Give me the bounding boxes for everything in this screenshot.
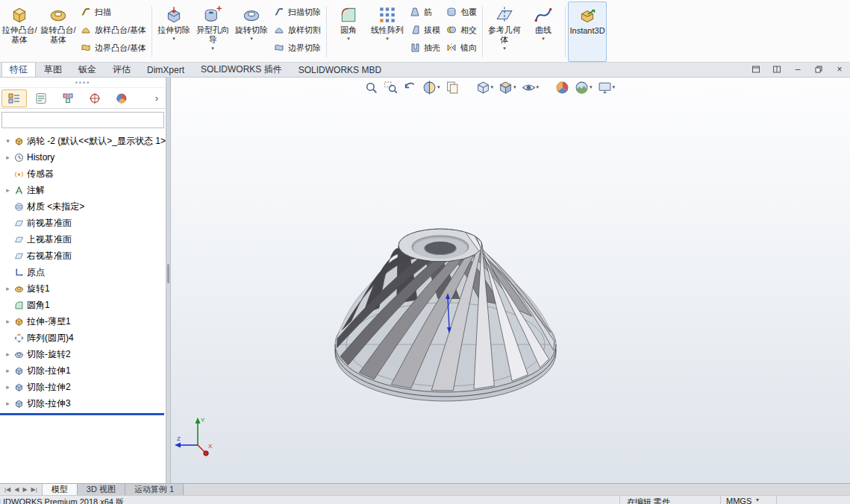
dimxpertmanager-tab[interactable] bbox=[82, 89, 107, 107]
tree-item-top-plane[interactable]: 上视基准面 bbox=[0, 231, 166, 248]
tree-root-item[interactable]: ▾ 涡轮 -2 (默认<<默认>_显示状态 1>) bbox=[0, 133, 166, 149]
tab-evaluate[interactable]: 评估 bbox=[104, 62, 139, 77]
revolved-boss-button[interactable]: 旋转凸台/基体 bbox=[39, 1, 78, 62]
dropdown-caret-icon[interactable]: ▾ bbox=[250, 36, 253, 41]
lofted-cut-button[interactable]: 放样切割 bbox=[274, 22, 321, 37]
panel-splitter[interactable] bbox=[166, 78, 171, 483]
dropdown-caret-icon[interactable]: ▾ bbox=[590, 84, 593, 90]
prev-tab-button[interactable]: ◀ bbox=[14, 486, 19, 493]
dropdown-caret-icon[interactable]: ▾ bbox=[386, 36, 389, 41]
swept-boss-button[interactable]: 扫描 bbox=[81, 4, 146, 19]
shell-button[interactable]: 抽壳 bbox=[410, 40, 440, 55]
expander-icon[interactable]: ▸ bbox=[4, 350, 11, 358]
last-tab-button[interactable]: ▶| bbox=[31, 486, 37, 493]
tab-solidworks-mbd[interactable]: SOLIDWORKS MBD bbox=[290, 62, 390, 77]
expander-icon[interactable]: ▸ bbox=[4, 383, 11, 391]
dropdown-caret-icon[interactable]: ▾ bbox=[347, 36, 350, 41]
dropdown-caret-icon[interactable]: ▾ bbox=[542, 36, 545, 41]
expander-icon[interactable]: ▸ bbox=[4, 285, 11, 292]
extruded-boss-button[interactable]: 拉伸凸台/基体 bbox=[0, 1, 39, 62]
tree-item-fillet1[interactable]: 圆角1 bbox=[0, 297, 166, 313]
featuremanager-tab[interactable] bbox=[1, 89, 27, 107]
displaymanager-tab[interactable] bbox=[109, 89, 134, 107]
fillet-button[interactable]: 圆角 ▾ bbox=[329, 1, 368, 62]
dropdown-caret-icon[interactable]: ▾ bbox=[613, 84, 616, 90]
linear-pattern-button[interactable]: 线性阵列 ▾ bbox=[368, 1, 407, 62]
draft-button[interactable]: 拔模 bbox=[410, 22, 440, 37]
view-settings-button[interactable]: ▾ bbox=[597, 79, 616, 95]
expander-icon[interactable]: ▸ bbox=[4, 186, 11, 194]
display-style-button[interactable]: ▾ bbox=[498, 79, 517, 95]
tree-item-cut-revolve2[interactable]: ▸ 切除-旋转2 bbox=[0, 346, 166, 362]
tree-item-right-plane[interactable]: 右视基准面 bbox=[0, 248, 166, 264]
restore-button[interactable] bbox=[813, 64, 825, 75]
tab-solidworks-addins[interactable]: SOLIDWORKS 插件 bbox=[193, 62, 290, 77]
unit-system-selector[interactable]: MMGS bbox=[726, 497, 751, 504]
expander-icon[interactable]: ▸ bbox=[4, 400, 11, 407]
hide-show-items-button[interactable]: ▾ bbox=[521, 79, 540, 95]
dropdown-caret-icon[interactable]: ▾ bbox=[172, 36, 175, 41]
dropdown-caret-icon[interactable]: ▾ bbox=[513, 84, 516, 90]
tab-sketch[interactable]: 草图 bbox=[36, 62, 70, 77]
expander-icon[interactable]: ▸ bbox=[4, 318, 11, 325]
tree-item-front-plane[interactable]: 前视基准面 bbox=[0, 215, 166, 231]
intersect-button[interactable]: 相交 bbox=[446, 22, 477, 37]
expander-icon[interactable]: ▸ bbox=[4, 154, 11, 161]
graphics-area[interactable]: Y Z X ▾ bbox=[171, 78, 850, 483]
curves-button[interactable]: 曲线 ▾ bbox=[524, 1, 563, 62]
apply-scene-button[interactable]: ▾ bbox=[574, 79, 593, 95]
units-dropdown-caret-icon[interactable]: ▾ bbox=[756, 497, 759, 503]
tab-sheet-metal[interactable]: 钣金 bbox=[70, 62, 104, 77]
rollback-bar[interactable] bbox=[0, 413, 164, 415]
hole-wizard-button[interactable]: 异型孔向导 ▾ bbox=[193, 1, 232, 62]
revolved-cut-button[interactable]: 旋转切除 ▾ bbox=[232, 1, 271, 62]
tab-features[interactable]: 特征 bbox=[1, 62, 36, 77]
propertymanager-tab[interactable] bbox=[28, 89, 54, 107]
previous-view-button[interactable] bbox=[402, 79, 418, 95]
tree-item-origin[interactable]: 原点 bbox=[0, 264, 166, 280]
panel-expand-chevron[interactable]: › bbox=[151, 90, 163, 105]
reference-geometry-button[interactable]: 参考几何体 ▾ bbox=[485, 1, 524, 62]
instant3d-button[interactable]: Instant3D bbox=[568, 1, 607, 62]
tree-item-circular-pattern4[interactable]: 阵列(圆周)4 bbox=[0, 330, 166, 346]
tab-dimxpert[interactable]: DimXpert bbox=[139, 62, 193, 77]
doc-tab-3d-views[interactable]: 3D 视图 bbox=[78, 484, 125, 495]
tree-item-cut-extrude2[interactable]: ▸ 切除-拉伸2 bbox=[0, 379, 166, 395]
panel-collapse-handle[interactable]: •••• bbox=[0, 78, 166, 88]
configurationmanager-tab[interactable] bbox=[55, 89, 81, 107]
dropdown-caret-icon[interactable]: ▾ bbox=[503, 45, 506, 51]
zoom-to-area-button[interactable] bbox=[383, 79, 399, 95]
lofted-boss-button[interactable]: 放样凸台/基体 bbox=[81, 22, 146, 37]
annotation-views-button[interactable] bbox=[445, 79, 460, 95]
tree-item-cut-extrude1[interactable]: ▸ 切除-拉伸1 bbox=[0, 362, 166, 379]
view-orientation-button[interactable]: ▾ bbox=[475, 79, 495, 95]
graphics-canvas[interactable]: Y Z X bbox=[171, 78, 850, 483]
expander-icon[interactable]: ▾ bbox=[4, 137, 11, 145]
rib-button[interactable]: 筋 bbox=[410, 4, 440, 19]
zoom-to-fit-button[interactable] bbox=[363, 79, 379, 95]
extruded-cut-button[interactable]: 拉伸切除 ▾ bbox=[154, 1, 193, 62]
impeller-model[interactable] bbox=[335, 229, 556, 401]
dropdown-caret-icon[interactable]: ▾ bbox=[437, 84, 440, 90]
close-button[interactable]: × bbox=[834, 64, 846, 75]
swept-cut-button[interactable]: 扫描切除 bbox=[274, 4, 321, 19]
tree-item-sensors[interactable]: 传感器 bbox=[0, 166, 166, 182]
section-view-button[interactable]: ▾ bbox=[422, 79, 441, 95]
minimize-button[interactable]: – bbox=[792, 64, 804, 75]
boundary-boss-button[interactable]: 边界凸台/基体 bbox=[81, 40, 146, 55]
edit-appearance-button[interactable] bbox=[554, 79, 570, 95]
expander-icon[interactable]: ▸ bbox=[4, 367, 11, 374]
tree-item-revolve1[interactable]: ▸ 旋转1 bbox=[0, 280, 166, 297]
first-tab-button[interactable]: |◀ bbox=[4, 486, 10, 493]
tree-item-cut-extrude3[interactable]: ▸ 切除-拉伸3 bbox=[0, 395, 166, 412]
feature-tree-filter-box[interactable] bbox=[1, 112, 164, 128]
splitter-grip[interactable] bbox=[167, 264, 169, 283]
doc-window-icon-2[interactable] bbox=[771, 64, 783, 75]
tree-item-material[interactable]: 材质 <未指定> bbox=[0, 198, 166, 215]
doc-tab-motion-study[interactable]: 运动算例 1 bbox=[125, 484, 184, 495]
tree-item-extrude-thin1[interactable]: ▸ 拉伸-薄壁1 bbox=[0, 313, 166, 330]
doc-tab-model[interactable]: 模型 bbox=[43, 484, 78, 495]
tree-item-annotations[interactable]: ▸ 注解 bbox=[0, 182, 166, 198]
mirror-button[interactable]: 镜向 bbox=[446, 40, 477, 55]
tree-item-history[interactable]: ▸ History bbox=[0, 149, 166, 166]
